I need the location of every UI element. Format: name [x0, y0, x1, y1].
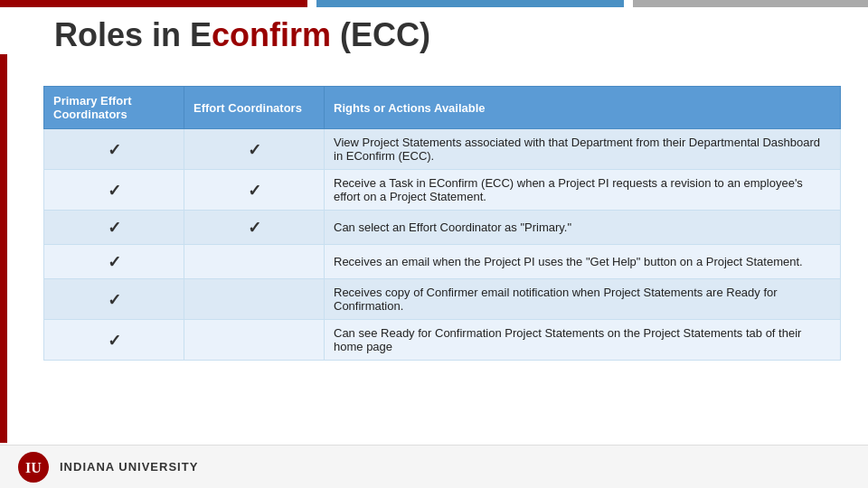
checkmark-icon: ✓ [248, 140, 261, 160]
checkmark-icon: ✓ [108, 290, 121, 310]
title-area: Roles in Econfirm (ECC) [54, 16, 832, 54]
table-row: ✓✓Can select an Effort Coordinator as "P… [44, 211, 841, 245]
checkmark-icon: ✓ [248, 218, 261, 238]
checkmark-icon: ✓ [108, 331, 121, 351]
header-effort-coordinators: Effort Coordinators [184, 87, 325, 129]
table-row: ✓✓Receive a Task in EConfirm (ECC) when … [44, 170, 841, 211]
primary-check-cell: ✓ [44, 211, 184, 245]
top-bar-gray [633, 0, 868, 7]
effort-check-cell: ✓ [184, 211, 325, 245]
roles-table-container: Primary Effort Coordinators Effort Coord… [43, 86, 841, 438]
header-rights-actions: Rights or Actions Available [325, 87, 841, 129]
title-prefix: Roles in E [54, 16, 212, 53]
description-cell: Can select an Effort Coordinator as "Pri… [325, 211, 841, 245]
header-primary-effort: Primary Effort Coordinators [44, 87, 184, 129]
effort-check-cell [184, 320, 325, 361]
table-row: ✓Receives an email when the Project PI u… [44, 245, 841, 279]
description-cell: Receive a Task in EConfirm (ECC) when a … [325, 170, 841, 211]
page-title: Roles in Econfirm (ECC) [54, 16, 832, 54]
svg-text:IU: IU [25, 460, 42, 475]
top-bar-blue [316, 0, 624, 7]
checkmark-icon: ✓ [108, 252, 121, 272]
top-bar-red [0, 0, 307, 7]
effort-check-cell [184, 245, 325, 279]
iu-logo: IU [18, 452, 49, 483]
roles-table: Primary Effort Coordinators Effort Coord… [43, 86, 841, 361]
effort-check-cell: ✓ [184, 129, 325, 170]
primary-check-cell: ✓ [44, 129, 184, 170]
effort-check-cell [184, 279, 325, 320]
primary-check-cell: ✓ [44, 279, 184, 320]
checkmark-icon: ✓ [108, 218, 121, 238]
left-accent-bar [0, 54, 7, 443]
table-header-row: Primary Effort Coordinators Effort Coord… [44, 87, 841, 129]
title-suffix: (ECC) [331, 16, 430, 53]
table-row: ✓Receives copy of Confirmer email notifi… [44, 279, 841, 320]
description-cell: View Project Statements associated with … [325, 129, 841, 170]
primary-check-cell: ✓ [44, 320, 184, 361]
table-body: ✓✓View Project Statements associated wit… [44, 129, 841, 361]
description-cell: Can see Ready for Confirmation Project S… [325, 320, 841, 361]
checkmark-icon: ✓ [108, 140, 121, 160]
table-row: ✓Can see Ready for Confirmation Project … [44, 320, 841, 361]
checkmark-icon: ✓ [248, 181, 261, 201]
description-cell: Receives an email when the Project PI us… [325, 245, 841, 279]
footer-university-name: INDIANA UNIVERSITY [60, 460, 198, 474]
top-decorative-bars [0, 0, 868, 7]
checkmark-icon: ✓ [108, 181, 121, 201]
title-brand: confirm [212, 16, 331, 53]
primary-check-cell: ✓ [44, 170, 184, 211]
footer: IU INDIANA UNIVERSITY [0, 445, 868, 488]
primary-check-cell: ✓ [44, 245, 184, 279]
table-row: ✓✓View Project Statements associated wit… [44, 129, 841, 170]
effort-check-cell: ✓ [184, 170, 325, 211]
description-cell: Receives copy of Confirmer email notific… [325, 279, 841, 320]
